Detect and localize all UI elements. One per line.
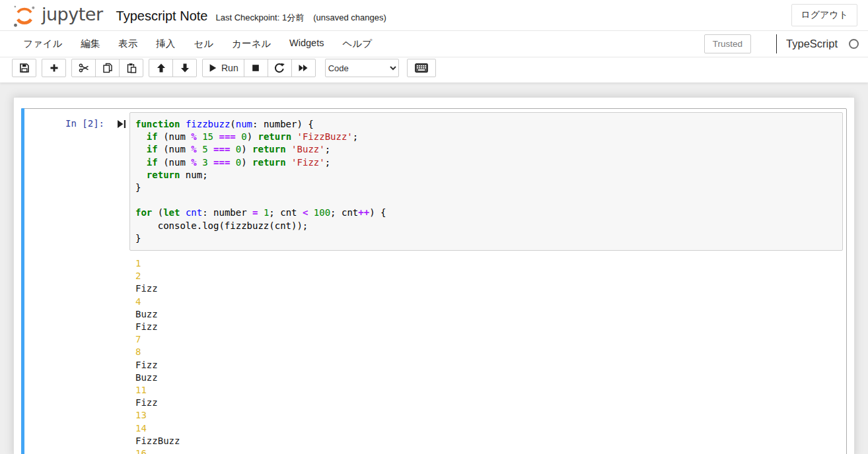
output-line: Fizz <box>135 321 843 333</box>
interrupt-kernel-button[interactable] <box>244 59 268 77</box>
restart-kernel-button[interactable] <box>268 59 292 77</box>
kernel-name: TypeScript <box>786 38 838 50</box>
code-editor[interactable]: function fizzbuzz(num: number) { if (num… <box>129 112 843 251</box>
output-line: 14 <box>135 422 843 435</box>
copy-icon <box>102 63 113 73</box>
menu-help[interactable]: ヘルプ <box>336 32 378 55</box>
code-line: } <box>135 181 837 194</box>
run-button-label: Run <box>221 63 238 73</box>
menu-edit[interactable]: 編集 <box>75 32 106 55</box>
menu-cell[interactable]: セル <box>188 32 219 55</box>
logout-button[interactable]: ログアウト <box>791 4 857 26</box>
selected-cell-indicator <box>21 108 24 454</box>
restart-icon <box>274 63 285 73</box>
notebook-container: In [2]: function fizzbuzz(num: number) {… <box>13 97 855 454</box>
output-line: Fizz <box>135 397 843 409</box>
play-icon <box>208 63 217 73</box>
input-prompt: In [2]: <box>65 118 104 129</box>
cell-input-row: In [2]: function fizzbuzz(num: number) {… <box>25 112 843 251</box>
notebook-header: jupyter Typescript Note Last Checkpoint:… <box>0 0 868 30</box>
unsaved-changes-label: (unsaved changes) <box>313 13 386 22</box>
move-cell-up-button[interactable] <box>149 59 173 77</box>
notebook-site: In [2]: function fizzbuzz(num: number) {… <box>0 82 868 454</box>
code-line: return num; <box>135 169 837 181</box>
output-prompt-column <box>25 257 129 454</box>
menu-file[interactable]: ファイル <box>17 32 68 55</box>
jupyter-logo[interactable]: jupyter <box>12 4 103 29</box>
code-line: function fizzbuzz(num: number) { <box>135 118 837 131</box>
restart-run-all-button[interactable] <box>291 59 316 77</box>
cell-type-select[interactable]: Code <box>325 59 399 77</box>
menu-widgets[interactable]: Widgets <box>283 32 330 55</box>
cell-output-row: 12Fizz4BuzzFizz78FizzBuzz11Fizz1314FizzB… <box>25 257 843 454</box>
code-line: if (num % 5 === 0) return 'Buzz'; <box>135 143 837 156</box>
code-line: for (let cnt: number = 1; cnt < 100; cnt… <box>135 207 837 219</box>
jupyter-logo-icon <box>12 4 37 29</box>
checkpoint-status: Last Checkpoint: 1分前 <box>215 12 304 24</box>
paste-icon <box>126 63 137 73</box>
output-line: Fizz <box>135 282 843 295</box>
run-this-cell-icon[interactable] <box>117 119 126 129</box>
menu-bar: ファイル 編集 表示 挿入 セル カーネル Widgets ヘルプ Truste… <box>0 30 868 57</box>
restart-run-all-icon <box>298 63 308 73</box>
save-button[interactable] <box>12 59 36 77</box>
output-line: 16 <box>135 447 843 454</box>
paste-cell-button[interactable] <box>119 59 143 77</box>
output-line: Buzz <box>135 372 843 384</box>
notebook-title[interactable]: Typescript Note <box>116 9 208 24</box>
run-cell-button[interactable]: Run <box>202 59 244 77</box>
output-line: 11 <box>135 384 843 397</box>
stop-icon <box>251 63 260 73</box>
kernel-idle-icon <box>849 39 859 49</box>
output-line: Buzz <box>135 308 843 321</box>
input-prompt-column: In [2]: <box>25 112 129 129</box>
code-line: console.log(fizzbuzz(cnt)); <box>135 220 837 232</box>
output-line: Fizz <box>135 359 843 372</box>
trusted-badge[interactable]: Trusted <box>704 34 751 53</box>
toolbar: Run Code <box>0 57 868 82</box>
keyboard-icon <box>415 63 428 73</box>
jupyter-logo-text: jupyter <box>42 5 103 27</box>
add-cell-button[interactable] <box>42 59 66 77</box>
code-line: if (num % 15 === 0) return 'FizzBuzz'; <box>135 131 837 143</box>
move-up-icon <box>156 63 166 73</box>
menu-kernel[interactable]: カーネル <box>226 32 277 55</box>
output-line: 13 <box>135 409 843 422</box>
move-cell-down-button[interactable] <box>172 59 197 77</box>
code-line: if (num % 3 === 0) return 'Fizz'; <box>135 156 837 169</box>
move-down-icon <box>180 63 190 73</box>
menu-insert[interactable]: 挿入 <box>150 32 181 55</box>
output-line: 2 <box>135 270 843 282</box>
output-line: FizzBuzz <box>135 435 843 447</box>
command-palette-button[interactable] <box>407 59 436 77</box>
output-line: 7 <box>135 333 843 346</box>
menu-view[interactable]: 表示 <box>112 32 143 55</box>
copy-cell-button[interactable] <box>95 59 120 77</box>
add-cell-icon <box>49 63 59 73</box>
save-icon <box>19 63 30 73</box>
code-cell[interactable]: In [2]: function fizzbuzz(num: number) {… <box>21 108 847 454</box>
output-line: 8 <box>135 346 843 358</box>
output-line: 4 <box>135 296 843 308</box>
code-line <box>135 194 837 207</box>
cut-cell-button[interactable] <box>71 59 96 77</box>
output-line: 1 <box>135 257 843 270</box>
cell-output: 12Fizz4BuzzFizz78FizzBuzz11Fizz1314FizzB… <box>129 257 843 454</box>
code-line: } <box>135 232 837 245</box>
cut-icon <box>79 63 89 73</box>
kernel-separator <box>776 34 777 53</box>
